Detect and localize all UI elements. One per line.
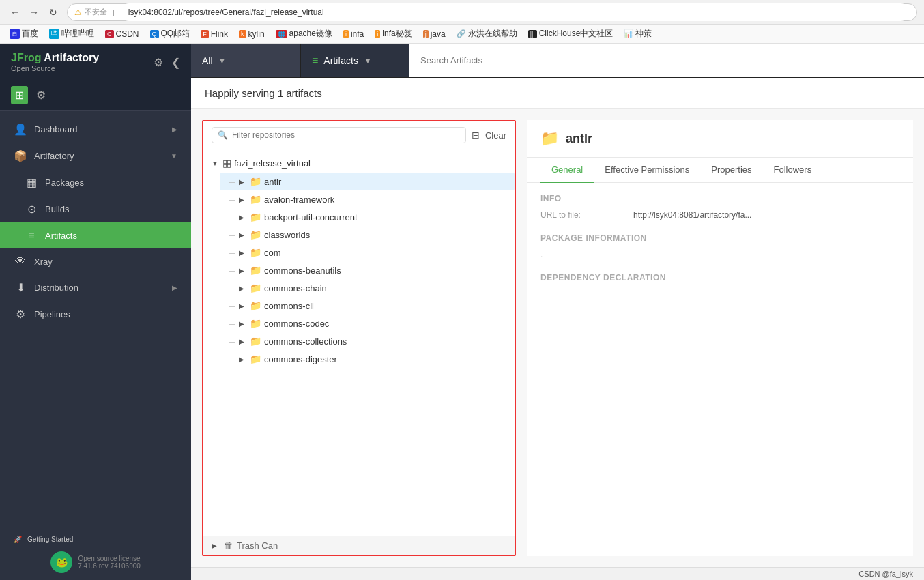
grid-icon-btn[interactable]: ⊞ [11, 86, 28, 104]
tree-item-commons-chain[interactable]: — ▶ 📁 commons-chain [220, 279, 515, 297]
root-label: fazi_release_virtual [234, 158, 311, 169]
bookmark-csdn[interactable]: C CSDN [101, 28, 143, 40]
pipelines-icon: ⚙ [14, 308, 27, 321]
package-dot-field: . [540, 250, 899, 259]
folder-icon-7: 📁 [250, 300, 261, 311]
sidebar-item-pipelines[interactable]: ⚙ Pipelines [0, 301, 191, 328]
tab-followers[interactable]: Followers [763, 158, 823, 183]
search-input[interactable] [420, 55, 913, 66]
expand-8: ▶ [239, 320, 247, 328]
tree-item-antlr[interactable]: — ▶ 📁 antlr [220, 173, 515, 190]
tab-general[interactable]: General [540, 158, 594, 183]
all-label: All [202, 55, 213, 66]
tab-properties[interactable]: Properties [700, 158, 762, 183]
folder-icon-0: 📁 [250, 176, 261, 187]
root-expand-icon: ▼ [212, 160, 220, 167]
sidebar-logo: JFrog Artifactory Open Source [11, 52, 99, 72]
tree-item-commons-codec[interactable]: — ▶ 📁 commons-codec [220, 315, 515, 332]
bookmark-bilibili[interactable]: 哔 哔哩哔哩 [45, 27, 98, 41]
tree-root-item[interactable]: ▼ ▦ fazi_release_virtual [203, 154, 515, 173]
tree-item-commons-digester[interactable]: — ▶ 📁 commons-digester [220, 350, 515, 368]
bookmark-yonghong[interactable]: 🔗 永洪在线帮助 [452, 27, 521, 41]
tab-effective-permissions[interactable]: Effective Permissions [594, 158, 700, 183]
tree-item-commons-collections[interactable]: — ▶ 📁 commons-collections [220, 332, 515, 350]
sidebar-item-packages[interactable]: ▦ Packages [0, 169, 191, 196]
reload-button[interactable]: ↻ [45, 4, 61, 20]
sidebar-artifacts-label: Artifacts [45, 231, 177, 241]
bookmark-java[interactable]: j java [419, 28, 450, 40]
bookmark-shence[interactable]: 📊 神策 [620, 27, 656, 41]
filter-input[interactable] [232, 130, 460, 140]
clear-button[interactable]: Clear [485, 130, 506, 141]
settings-icon-btn[interactable]: ⚙ [154, 56, 163, 69]
bookmark-apache[interactable]: 🌐 apache镜像 [272, 27, 336, 41]
tree-item-classworlds[interactable]: — ▶ 📁 classworlds [220, 226, 515, 244]
sidebar-item-xray[interactable]: 👁 Xray [0, 248, 191, 274]
detail-folder-icon: 📁 [540, 130, 559, 147]
sidebar-item-builds[interactable]: ⊙ Builds [0, 196, 191, 222]
gear-icon-btn[interactable]: ⚙ [36, 89, 46, 102]
tree-item-backport[interactable]: — ▶ 📁 backport-util-concurrent [220, 208, 515, 226]
forward-button[interactable]: → [26, 4, 42, 20]
sidebar-item-artifacts[interactable]: ≡ Artifacts [0, 222, 191, 248]
item-label-1: avalon-framework [264, 194, 334, 205]
bookmark-baidu[interactable]: 百 百度 [5, 27, 42, 41]
trash-label: Trash Can [237, 540, 278, 551]
trash-icon: 🗑 [224, 540, 233, 551]
bookmark-kylin[interactable]: k kylin [235, 28, 269, 40]
sidebar-item-dashboard[interactable]: 👤 Dashboard ▶ [0, 116, 191, 143]
bookmark-flink[interactable]: F Flink [197, 28, 232, 40]
item-label-2: backport-util-concurrent [264, 212, 358, 222]
connector-8: — [228, 320, 236, 328]
bookmark-infa[interactable]: i infa [339, 28, 368, 40]
content-header: Happily serving 1 artifacts [191, 78, 924, 109]
collapse-sidebar-btn[interactable]: ❮ [171, 56, 180, 69]
expand-3: ▶ [239, 231, 247, 239]
bookmark-infa2[interactable]: i infa秘笈 [371, 27, 416, 41]
bookmark-qqmail[interactable]: Q QQ邮箱 [146, 27, 194, 41]
artifacts-bar-label: Artifacts [323, 55, 358, 66]
detail-tabs: General Effective Permissions Properties… [527, 158, 913, 183]
connector-5: — [228, 267, 236, 274]
sidebar: JFrog Artifactory Open Source ⚙ ❮ ⊞ ⚙ 👤 … [0, 44, 191, 580]
artifacts-selector[interactable]: ≡ Artifacts ▼ [300, 44, 409, 77]
logo-title: JFrog Artifactory [11, 52, 99, 64]
trash-row[interactable]: ▶ 🗑 Trash Can [203, 536, 515, 555]
filter-icon: ⊟ [472, 130, 480, 141]
connector-6: — [228, 285, 236, 292]
bookmark-clickhouse[interactable]: ||| ClickHouse中文社区 [524, 27, 618, 41]
detail-body: Info URL to file: http://lsyk04:8081/art… [527, 183, 913, 556]
connector-3: — [228, 231, 236, 239]
back-button[interactable]: ← [7, 4, 23, 20]
folder-icon-3: 📁 [250, 229, 261, 240]
url-field: URL to file: http://lsyk04:8081/artifact… [540, 210, 899, 220]
detail-panel: 📁 antlr General Effective Permissions Pr… [527, 120, 913, 556]
getting-started-item[interactable]: 🚀 Getting Started [11, 530, 180, 549]
tree-item-commons-beanutils[interactable]: — ▶ 📁 commons-beanutils [220, 261, 515, 279]
item-label-0: antlr [264, 177, 281, 187]
sidebar-item-artifactory[interactable]: 📦 Artifactory ▼ [0, 143, 191, 169]
folder-icon-9: 📁 [250, 336, 261, 347]
sidebar-top-icons: ⊞ ⚙ [0, 81, 191, 111]
tree-item-com[interactable]: — ▶ 📁 com [220, 244, 515, 261]
folder-icon-4: 📁 [250, 247, 261, 258]
expand-4: ▶ [239, 249, 247, 257]
status-bar: CSDN @fa_lsyk [191, 567, 924, 580]
dashboard-arrow: ▶ [172, 126, 177, 133]
tree-toolbar: 🔍 ⊟ Clear [203, 121, 515, 149]
item-label-3: classworlds [264, 230, 310, 240]
security-label: 不安全 [85, 7, 107, 17]
top-bar: All ▼ ≡ Artifacts ▼ [191, 44, 924, 78]
address-bar[interactable] [120, 3, 910, 21]
sidebar-packages-label: Packages [45, 177, 177, 188]
logo-subtitle: Open Source [11, 64, 99, 72]
tree-item-avalon[interactable]: — ▶ 📁 avalon-framework [220, 190, 515, 208]
item-label-5: commons-beanutils [264, 265, 341, 276]
content-area: Happily serving 1 artifacts 🔍 ⊟ Clear [191, 78, 924, 567]
sidebar-item-distribution[interactable]: ⬇ Distribution ▶ [0, 274, 191, 301]
sidebar-pipelines-label: Pipelines [34, 309, 177, 319]
connector-0: — [228, 178, 236, 186]
all-selector[interactable]: All ▼ [191, 44, 300, 77]
tree-item-commons-cli[interactable]: — ▶ 📁 commons-cli [220, 297, 515, 315]
folder-icon-1: 📁 [250, 194, 261, 205]
